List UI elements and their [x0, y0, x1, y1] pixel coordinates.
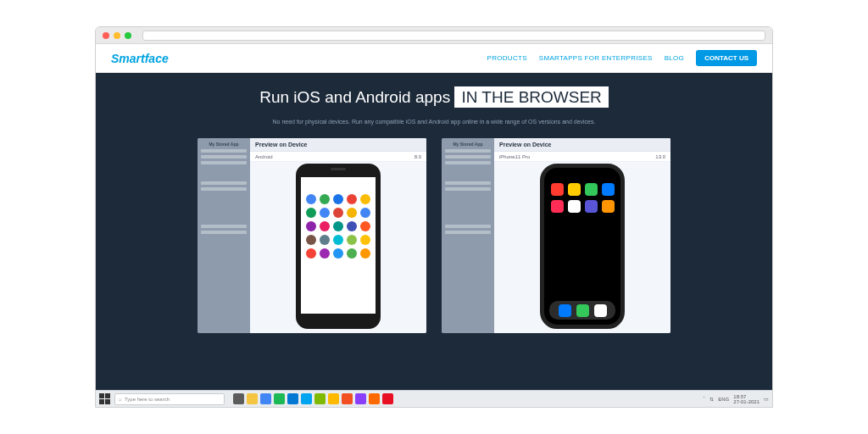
nav-products[interactable]: PRODUCTS — [487, 54, 527, 62]
taskbar-app-icon[interactable] — [314, 393, 326, 404]
url-bar[interactable] — [142, 31, 765, 41]
taskbar-app-icon[interactable] — [369, 393, 380, 404]
android-app-icon[interactable] — [360, 194, 370, 204]
android-app-icon[interactable] — [320, 235, 330, 245]
android-phone-mockup[interactable] — [296, 164, 381, 329]
hero-section: Run iOS and Android apps IN THE BROWSER … — [96, 73, 772, 392]
taskbar-pinned-apps — [233, 393, 393, 404]
ios-app-icon[interactable] — [602, 183, 615, 196]
android-app-icon[interactable] — [320, 194, 330, 204]
device-name-android: Android — [255, 154, 273, 159]
device-name-iphone: iPhone11 Pro — [499, 154, 530, 159]
android-app-icon[interactable] — [306, 194, 316, 204]
device-pane-iphone: My Stored App Preview on Device iPhone11… — [442, 138, 670, 333]
speaker-icon — [331, 168, 346, 170]
tray-language[interactable]: ENG — [718, 397, 729, 402]
side-panel-title: My Stored App — [445, 142, 491, 147]
taskbar-search[interactable]: ⌕ Type here to search — [114, 393, 225, 405]
hero-title-plain: Run iOS and Android apps — [259, 88, 454, 106]
system-tray[interactable]: ˄ ⇅ ENG 18:57 27-01-2021 ▭ — [703, 394, 769, 404]
pane-device-selector-iphone[interactable]: iPhone11 Pro 13.0 — [494, 152, 670, 162]
site-header: Smartface PRODUCTS SMARTAPPS FOR ENTERPR… — [96, 44, 772, 73]
android-app-icon[interactable] — [360, 235, 370, 245]
ios-app-icon[interactable] — [551, 183, 564, 196]
dock-app-icon[interactable] — [594, 304, 607, 317]
taskbar-app-icon[interactable] — [382, 393, 393, 404]
taskbar-app-icon[interactable] — [274, 393, 285, 404]
android-app-icon[interactable] — [333, 235, 343, 245]
dock-app-icon[interactable] — [576, 304, 589, 317]
nav-blog[interactable]: BLOG — [665, 54, 684, 62]
android-app-icon[interactable] — [306, 235, 316, 245]
start-button[interactable] — [99, 393, 111, 405]
taskbar-app-icon[interactable] — [247, 393, 258, 404]
device-version-iphone: 13.0 — [655, 154, 665, 159]
close-icon[interactable] — [103, 32, 109, 39]
hero-title-boxed: IN THE BROWSER — [454, 86, 608, 108]
pane-device-selector-android[interactable]: Android 8.0 — [250, 152, 426, 162]
browser-top-bar — [96, 27, 772, 44]
device-row: My Stored App Preview on Device Android … — [96, 138, 772, 333]
android-app-icon[interactable] — [347, 194, 357, 204]
notch-icon — [565, 168, 600, 176]
android-app-icon[interactable] — [333, 208, 343, 218]
android-app-icon[interactable] — [333, 221, 343, 231]
dock-app-icon[interactable] — [559, 304, 571, 317]
iphone-mockup[interactable] — [540, 164, 625, 329]
search-placeholder: Type here to search — [125, 397, 170, 402]
android-app-icon[interactable] — [306, 221, 316, 231]
ios-app-icon[interactable] — [585, 183, 598, 196]
side-panel-title: My Stored App — [201, 142, 247, 147]
taskbar-app-icon[interactable] — [342, 393, 353, 404]
android-app-icon[interactable] — [333, 248, 343, 259]
taskbar-app-icon[interactable] — [233, 393, 244, 404]
device-version-android: 8.0 — [415, 154, 421, 159]
hero-title: Run iOS and Android apps IN THE BROWSER — [96, 88, 772, 107]
search-icon: ⌕ — [119, 397, 122, 402]
device-pane-android: My Stored App Preview on Device Android … — [198, 138, 426, 333]
logo[interactable]: Smartface — [111, 52, 169, 65]
android-app-icon[interactable] — [306, 208, 316, 218]
android-app-icon[interactable] — [360, 208, 370, 218]
iphone-dock — [549, 301, 615, 320]
pane-header-android: Preview on Device — [250, 138, 426, 152]
android-app-icon[interactable] — [320, 221, 330, 231]
taskbar-app-icon[interactable] — [328, 393, 339, 404]
ios-app-icon[interactable] — [568, 183, 581, 196]
android-app-icon[interactable] — [360, 248, 370, 259]
taskbar-app-icon[interactable] — [260, 393, 271, 404]
side-panel-android: My Stored App — [198, 138, 250, 333]
ios-app-icon[interactable] — [551, 200, 564, 213]
ios-app-icon[interactable] — [568, 200, 581, 213]
side-panel-iphone: My Stored App — [442, 138, 494, 333]
tray-chevron-icon[interactable]: ˄ — [703, 396, 705, 402]
browser-window: Smartface PRODUCTS SMARTAPPS FOR ENTERPR… — [95, 26, 773, 408]
android-app-icon[interactable] — [320, 248, 330, 259]
android-app-icon[interactable] — [347, 208, 357, 218]
android-app-icon[interactable] — [347, 248, 357, 259]
nav-smartapps[interactable]: SMARTAPPS FOR ENTERPRISES — [539, 54, 653, 62]
android-app-icon[interactable] — [360, 221, 370, 231]
android-app-icon[interactable] — [333, 194, 343, 204]
main-nav: PRODUCTS SMARTAPPS FOR ENTERPRISES BLOG … — [487, 50, 758, 66]
android-app-icon[interactable] — [347, 235, 357, 245]
hero-subtitle: No need for physical devices. Run any co… — [96, 119, 772, 125]
tray-date[interactable]: 27-01-2021 — [733, 399, 760, 404]
taskbar-app-icon[interactable] — [301, 393, 312, 404]
android-app-icon[interactable] — [320, 208, 330, 218]
pane-header-iphone: Preview on Device — [494, 138, 670, 152]
tray-network-icon[interactable]: ⇅ — [709, 396, 714, 402]
contact-us-button[interactable]: CONTACT US — [696, 50, 757, 66]
android-app-icon[interactable] — [306, 248, 316, 259]
notifications-icon[interactable]: ▭ — [764, 396, 769, 402]
windows-taskbar: ⌕ Type here to search ˄ ⇅ ENG 18:57 27-0… — [96, 390, 772, 407]
taskbar-app-icon[interactable] — [287, 393, 298, 404]
ios-app-icon[interactable] — [602, 200, 615, 213]
minimize-icon[interactable] — [114, 32, 120, 39]
taskbar-app-icon[interactable] — [355, 393, 366, 404]
maximize-icon[interactable] — [125, 32, 131, 39]
ios-app-icon[interactable] — [585, 200, 598, 213]
android-app-icon[interactable] — [347, 221, 357, 231]
